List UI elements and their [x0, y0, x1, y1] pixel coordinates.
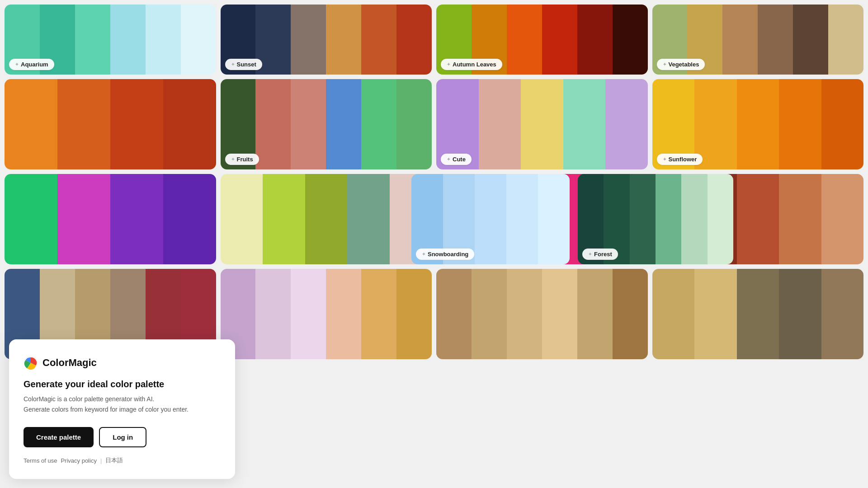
- label-text: Aquarium: [21, 61, 48, 68]
- palette-label: ✦ Sunset: [225, 59, 262, 70]
- star-icon: ✦: [447, 62, 450, 67]
- swatch: [656, 174, 681, 264]
- privacy-link[interactable]: Privacy policy: [61, 457, 96, 464]
- swatch: [542, 269, 577, 359]
- modal-desc: ColorMagic is a color palette generator …: [24, 394, 221, 414]
- palette-autumn[interactable]: ✦ Autumn Leaves: [436, 5, 648, 75]
- swatch: [577, 5, 613, 75]
- swatch: [361, 79, 396, 169]
- label-text: Snowboarding: [428, 251, 468, 258]
- swatch: [110, 5, 146, 75]
- swatch: [758, 5, 793, 75]
- star-icon: ✦: [447, 157, 450, 162]
- separator: |: [100, 457, 102, 464]
- swatch: [613, 5, 648, 75]
- swatch: [737, 174, 779, 264]
- palette-partial-b3[interactable]: [436, 269, 648, 359]
- swatch: [326, 269, 361, 359]
- palette-forest-2[interactable]: ✦ Forest: [578, 174, 733, 264]
- swatch: [652, 269, 695, 359]
- swatch: [57, 174, 110, 264]
- swatch: [263, 174, 305, 264]
- swatch: [828, 5, 863, 75]
- app-name: ColorMagic: [42, 357, 97, 369]
- swatch: [291, 79, 326, 169]
- palette-label: ✦ Autumn Leaves: [441, 59, 502, 70]
- swatch: [563, 79, 606, 169]
- swatch: [472, 269, 507, 359]
- label-text: Autumn Leaves: [453, 61, 496, 68]
- swatch: [737, 269, 779, 359]
- swatch: [255, 79, 291, 169]
- swatch: [506, 174, 538, 264]
- language-link[interactable]: 日本語: [105, 456, 123, 465]
- palette-yg[interactable]: [221, 174, 432, 264]
- swatch: [577, 269, 613, 359]
- star-icon: ✦: [15, 62, 19, 67]
- label-text: Sunflower: [669, 156, 697, 163]
- swatch: [163, 174, 216, 264]
- swatch: [542, 5, 577, 75]
- swatch: [181, 5, 216, 75]
- swatch: [681, 174, 707, 264]
- palette-label: ✦ Forest: [582, 249, 618, 260]
- swatch: [779, 79, 821, 169]
- swatch: [361, 5, 396, 75]
- palette-label: ✦ Sunflower: [657, 154, 703, 165]
- swatch: [396, 79, 432, 169]
- swatch: [479, 79, 521, 169]
- palette-label: ✦ Snowboarding: [416, 249, 474, 260]
- swatch: [538, 174, 570, 264]
- terms-link[interactable]: Terms of use: [24, 457, 57, 464]
- desc-line2: Generate colors from keyword for image o…: [24, 406, 189, 413]
- label-text: Fruits: [237, 156, 253, 163]
- page-wrapper: ✦ Aquarium: [0, 0, 868, 488]
- palette-partial-1[interactable]: [5, 79, 216, 169]
- create-palette-button[interactable]: Create palette: [24, 427, 94, 447]
- swatch: [722, 5, 758, 75]
- swatch: [507, 269, 542, 359]
- palette-aquarium[interactable]: ✦ Aquarium: [5, 5, 216, 75]
- palette-label: ✦ Fruits: [225, 154, 259, 165]
- login-button[interactable]: Log in: [99, 427, 146, 447]
- palette-partial-2[interactable]: [5, 174, 216, 264]
- swatch: [737, 79, 779, 169]
- palette-label: ✦ Aquarium: [9, 59, 54, 70]
- swatch: [291, 269, 326, 359]
- swatch: [396, 269, 432, 359]
- star-icon: ✦: [663, 62, 666, 67]
- star-icon: ✦: [422, 252, 425, 257]
- palette-partial-b4[interactable]: [652, 269, 864, 359]
- palette-partial-b2[interactable]: [221, 269, 432, 359]
- label-text: Sunset: [237, 61, 256, 68]
- palette-label: ✦ Cute: [441, 154, 472, 165]
- palette-snowboarding[interactable]: ✦ Snowboarding: [411, 174, 570, 264]
- swatch: [110, 174, 163, 264]
- col-2: ✦ Sunset ✦ Fruits: [221, 5, 432, 359]
- palette-vegetables[interactable]: ✦ Vegetables: [652, 5, 864, 75]
- modal-overlay: ColorMagic Generate your ideal color pal…: [0, 339, 235, 488]
- palette-sunflower[interactable]: ✦ Sunflower: [652, 79, 864, 169]
- swatch: [146, 5, 181, 75]
- star-icon: ✦: [663, 157, 666, 162]
- star-icon: ✦: [231, 157, 235, 162]
- swatch: [521, 79, 563, 169]
- swatch: [821, 269, 864, 359]
- swatch: [221, 174, 263, 264]
- palette-label: ✦ Vegetables: [657, 59, 705, 70]
- palette-fruits[interactable]: ✦ Fruits: [221, 79, 432, 169]
- swatch: [779, 174, 821, 264]
- swatch: [613, 269, 648, 359]
- palette-cute[interactable]: ✦ Cute: [436, 79, 648, 169]
- swatch: [793, 5, 828, 75]
- palette-sunset[interactable]: ✦ Sunset: [221, 5, 432, 75]
- label-text: Vegetables: [669, 61, 699, 68]
- modal-card: ColorMagic Generate your ideal color pal…: [9, 339, 235, 479]
- swatch: [305, 174, 348, 264]
- col-1: ✦ Aquarium: [5, 5, 216, 359]
- swatch: [475, 174, 506, 264]
- desc-line1: ColorMagic is a color palette generator …: [24, 395, 154, 403]
- swatch: [255, 269, 291, 359]
- swatch: [821, 79, 864, 169]
- swatch: [361, 269, 396, 359]
